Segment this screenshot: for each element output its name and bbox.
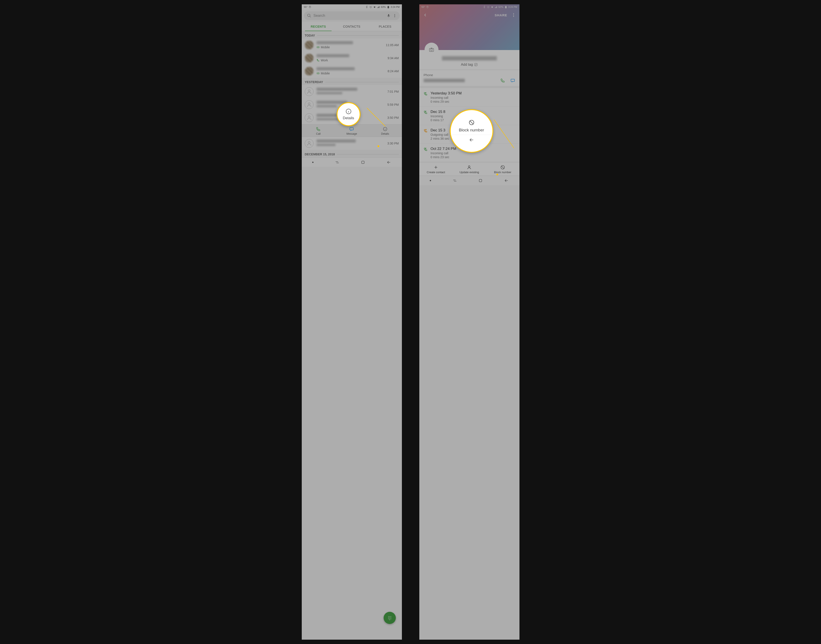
mic-icon[interactable] <box>387 14 391 18</box>
message-button[interactable]: Message <box>335 127 368 135</box>
contact-name-blurred <box>317 140 356 143</box>
section-dec15: DECEMBER 15, 2018 <box>302 150 402 157</box>
svg-point-17 <box>388 616 389 617</box>
contact-name-blurred <box>317 67 355 70</box>
nav-back-icon[interactable] <box>386 160 391 165</box>
svg-point-8 <box>394 17 395 17</box>
history-row[interactable]: Oct 22 7:24 PM Incoming call 0 mins 23 s… <box>419 144 520 162</box>
camera-button[interactable] <box>424 43 438 57</box>
block-icon <box>500 165 505 170</box>
update-existing-button[interactable]: Update existing <box>453 165 486 174</box>
nav-recents-icon[interactable] <box>452 178 457 183</box>
signal-icon <box>495 6 498 9</box>
history-row[interactable]: Yesterday 3:50 PM Incoming call 0 mins 2… <box>419 88 520 107</box>
contact-sub-blurred <box>317 105 337 107</box>
block-number-button[interactable]: Block number <box>486 165 519 174</box>
incoming-call-icon <box>424 92 427 96</box>
person-icon <box>467 165 472 170</box>
message-icon <box>349 127 354 132</box>
svg-point-33 <box>513 13 514 14</box>
call-button[interactable]: Call <box>302 127 335 135</box>
phone-label: Phone <box>424 73 515 77</box>
svg-rect-5 <box>388 14 389 16</box>
create-contact-button[interactable]: Create contact <box>419 165 453 174</box>
tab-contacts[interactable]: CONTACTS <box>335 22 368 31</box>
nav-recents-icon[interactable] <box>335 160 340 165</box>
contact-hero: SHARE <box>419 5 520 50</box>
contact-sub-blurred <box>317 92 343 94</box>
bluetooth-icon <box>483 6 486 9</box>
nav-dot <box>430 180 431 181</box>
contact-sub-blurred <box>317 144 335 146</box>
recents-row[interactable]: Mobile 8:24 AM <box>302 64 402 78</box>
svg-rect-27 <box>361 161 364 164</box>
svg-point-11 <box>308 90 310 92</box>
share-button[interactable]: SHARE <box>495 13 507 17</box>
more-icon[interactable] <box>393 14 397 18</box>
tab-places[interactable]: PLACES <box>368 22 402 31</box>
call-icon[interactable] <box>500 78 505 83</box>
wifi-icon <box>373 6 376 9</box>
svg-point-21 <box>389 618 390 618</box>
alarm-icon <box>369 6 372 9</box>
recents-row[interactable]: 3:30 PM <box>302 137 402 150</box>
back-icon[interactable] <box>423 12 427 17</box>
recents-row[interactable]: Work 9:34 AM <box>302 52 402 64</box>
phone-number-blurred <box>424 79 465 82</box>
camera-icon <box>429 47 434 52</box>
expanded-actions: Call Message Details <box>302 124 402 137</box>
nav-dot <box>312 162 314 163</box>
avatar-placeholder <box>305 139 314 148</box>
temperature: 55° <box>304 6 307 8</box>
svg-point-4 <box>307 14 310 17</box>
svg-point-13 <box>308 116 310 118</box>
history-row[interactable]: Dec 15 3 Outgoing call 2 mins 36 sec <box>419 125 520 144</box>
nav-back-icon[interactable] <box>504 178 509 183</box>
phone-icon <box>316 127 321 132</box>
avatar <box>305 41 314 49</box>
recents-row[interactable]: 5:59 PM <box>302 98 402 111</box>
contact-name-blurred <box>442 56 497 60</box>
nav-home-icon[interactable] <box>478 178 483 183</box>
message-icon[interactable] <box>510 78 515 83</box>
phone-contact-detail-screen: 55° 62% 3:24 PM SHARE Add tag <box>419 5 520 639</box>
svg-point-26 <box>389 619 390 620</box>
nav-home-icon[interactable] <box>361 160 365 164</box>
hd-icon <box>317 72 320 75</box>
recents-row-expanded[interactable]: 3:50 PM <box>302 111 402 124</box>
recents-row[interactable]: 7:01 PM <box>302 85 402 98</box>
recents-row[interactable]: Mobile 11:05 AM <box>302 38 402 52</box>
tab-recents[interactable]: RECENTS <box>302 22 335 31</box>
avatar-placeholder <box>305 87 314 96</box>
avatar-placeholder <box>305 100 314 109</box>
svg-rect-42 <box>479 179 482 182</box>
search-placeholder: Search <box>314 14 384 18</box>
svg-point-20 <box>388 618 389 618</box>
search-bar[interactable]: Search <box>304 11 400 20</box>
svg-point-29 <box>427 6 428 7</box>
dialpad-fab[interactable] <box>384 612 396 624</box>
wifi-icon <box>491 6 494 9</box>
call-time: 11:05 AM <box>386 43 399 47</box>
callout-anchor-dot <box>497 173 498 175</box>
svg-point-22 <box>391 618 391 618</box>
svg-point-35 <box>513 16 514 17</box>
svg-point-23 <box>388 618 389 619</box>
svg-point-19 <box>391 616 391 617</box>
add-tag-button[interactable]: Add tag <box>461 63 478 67</box>
more-icon[interactable] <box>511 12 516 17</box>
nav-bar <box>419 176 520 185</box>
phone-block: Phone <box>419 70 520 86</box>
battery-icon <box>504 6 507 9</box>
call-time: 7:01 PM <box>387 90 399 94</box>
call-time: 5:59 PM <box>387 103 399 106</box>
location-icon <box>426 6 429 9</box>
call-time: 9:34 AM <box>387 56 399 60</box>
outgoing-call-icon <box>424 129 427 133</box>
clock-time: 3:24 PM <box>391 6 400 8</box>
contact-sub-blurred <box>317 118 340 120</box>
history-row[interactable]: Dec 15 8 Incoming 0 mins 17 <box>419 107 520 125</box>
avatar <box>305 54 314 63</box>
details-button[interactable]: Details <box>368 127 402 135</box>
status-bar: 55° 63% 3:24 PM <box>302 5 402 9</box>
